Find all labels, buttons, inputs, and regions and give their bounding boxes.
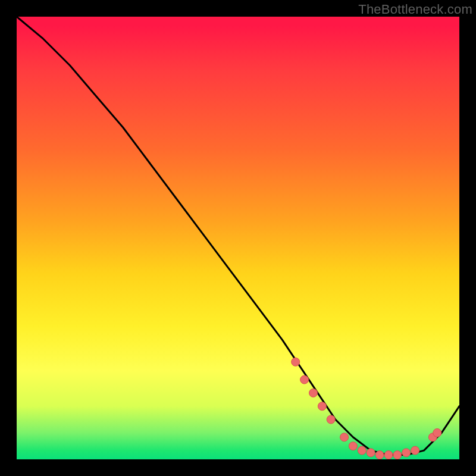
curve-marker — [358, 446, 366, 455]
chart-frame — [17, 17, 459, 459]
curve-marker — [411, 446, 419, 455]
curve-marker — [292, 358, 300, 366]
curve-marker — [433, 428, 441, 437]
curve-marker — [384, 451, 393, 459]
curve-marker — [300, 375, 309, 384]
curve-markers — [292, 358, 441, 459]
curve-marker — [367, 449, 375, 457]
curve-marker — [340, 433, 349, 441]
curve-marker — [327, 415, 335, 424]
bottleneck-curve — [17, 17, 459, 455]
curve-marker — [402, 449, 411, 457]
curve-marker — [375, 451, 384, 459]
watermark-text: TheBottleneck.com — [358, 2, 472, 17]
curve-marker — [349, 442, 357, 450]
chart-svg — [17, 17, 459, 459]
curve-marker — [393, 451, 402, 459]
curve-marker — [309, 389, 318, 397]
curve-marker — [318, 402, 326, 411]
